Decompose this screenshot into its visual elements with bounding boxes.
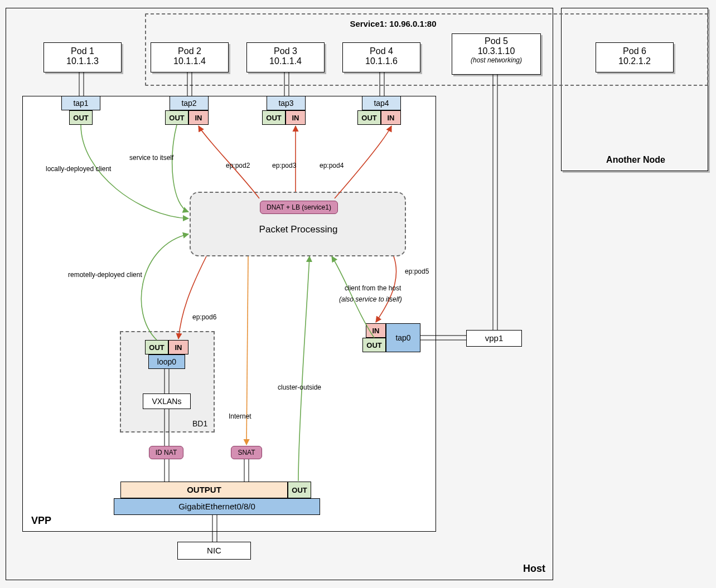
loop0-in: IN xyxy=(168,340,188,354)
tap2-out: OUT xyxy=(165,110,188,125)
tap4: tap4 xyxy=(362,96,401,110)
pod-2: Pod 2 10.1.1.4 xyxy=(151,42,229,72)
output: OUTPUT xyxy=(120,482,288,498)
tap3-label: tap3 xyxy=(278,99,293,108)
nic: NIC xyxy=(177,542,251,560)
tap2-in: IN xyxy=(188,110,209,125)
service-label: Service1: 10.96.0.1:80 xyxy=(321,19,466,28)
tap4-label: tap4 xyxy=(374,99,389,108)
pod-3-title: Pod 3 xyxy=(247,46,324,56)
vpp-label: VPP xyxy=(31,515,51,527)
tap2-label: tap2 xyxy=(181,99,196,108)
snat: SNAT xyxy=(231,446,262,459)
pod-3: Pod 3 10.1.1.4 xyxy=(246,42,325,72)
lbl-ep-pod3: ep:pod3 xyxy=(272,162,296,169)
tap3-in: IN xyxy=(286,110,306,125)
gigabit-ethernet: GigabitEthernet0/8/0 xyxy=(114,498,320,515)
vxlans: VXLANs xyxy=(143,393,191,409)
lbl-ep-pod5: ep:pod5 xyxy=(405,268,429,275)
pod-2-ip: 10.1.1.4 xyxy=(151,56,228,66)
pod-1-title: Pod 1 xyxy=(44,46,121,56)
lbl-ep-pod2: ep:pod2 xyxy=(226,162,250,169)
vpp1: vpp1 xyxy=(466,330,522,347)
tap0-out: OUT xyxy=(362,338,386,352)
tap3-out: OUT xyxy=(262,110,286,125)
pod-5-title: Pod 5 xyxy=(452,36,540,46)
lbl-remote-client: remotelly-deployed client xyxy=(68,271,142,279)
tap0: tap0 xyxy=(386,323,420,352)
pod-5-ip: 10.3.1.10 xyxy=(452,46,540,56)
packet-processing-label: Packet Processing xyxy=(245,224,351,235)
pod-5-note: (host networking) xyxy=(452,56,540,64)
lbl-ep-pod6: ep:pod6 xyxy=(192,313,216,321)
pod-4: Pod 4 10.1.1.6 xyxy=(342,42,420,72)
tap1: tap1 xyxy=(61,96,100,110)
pod-6-title: Pod 6 xyxy=(596,46,673,56)
host-label: Host xyxy=(523,563,545,575)
lbl-internet: Internet xyxy=(229,412,251,420)
lbl-client-host1: client from the host xyxy=(345,284,401,292)
tap4-out: OUT xyxy=(357,110,381,125)
another-node-label: Another Node xyxy=(591,155,680,165)
pod-2-title: Pod 2 xyxy=(151,46,228,56)
pod-4-title: Pod 4 xyxy=(343,46,420,56)
tap2: tap2 xyxy=(170,96,209,110)
bd1-label: BD1 xyxy=(192,419,207,428)
pod-6: Pod 6 10.2.1.2 xyxy=(596,42,674,72)
pod-5: Pod 5 10.3.1.10 (host networking) xyxy=(452,33,541,75)
pod-1-ip: 10.1.1.3 xyxy=(44,56,121,66)
tap0-in: IN xyxy=(366,323,386,338)
tap3: tap3 xyxy=(267,96,306,110)
pod-3-ip: 10.1.1.4 xyxy=(247,56,324,66)
pod-1: Pod 1 10.1.1.3 xyxy=(43,42,122,72)
output-out: OUT xyxy=(288,482,311,498)
tap1-label: tap1 xyxy=(73,99,88,108)
dnat-lb: DNAT + LB (service1) xyxy=(260,201,338,214)
lbl-service-itself: service to itself xyxy=(129,154,173,162)
tap4-in: IN xyxy=(381,110,401,125)
id-nat: ID NAT xyxy=(149,446,183,459)
lbl-ep-pod4: ep:pod4 xyxy=(320,162,344,169)
pod-4-ip: 10.1.1.6 xyxy=(343,56,420,66)
loop0-out: OUT xyxy=(145,340,168,354)
tap1-out: OUT xyxy=(69,110,93,125)
loop0: loop0 xyxy=(148,354,185,369)
pod-6-ip: 10.2.1.2 xyxy=(596,56,673,66)
lbl-client-host2: (also service to itself) xyxy=(339,295,402,303)
lbl-cluster-outside: cluster-outside xyxy=(278,383,321,391)
lbl-local-client: locally-deployed client xyxy=(46,165,111,173)
